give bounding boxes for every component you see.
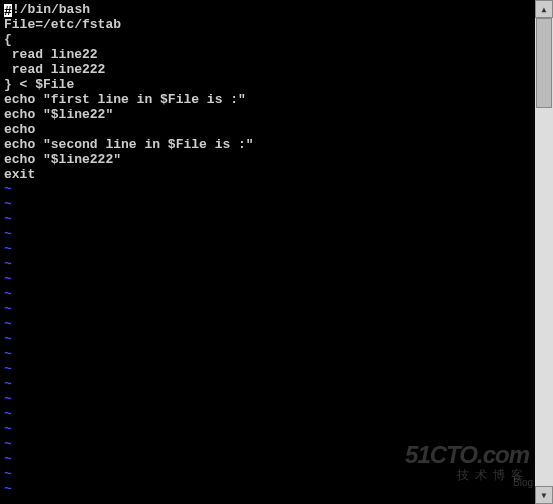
empty-line-marker: ~ xyxy=(4,197,529,212)
empty-line-marker: ~ xyxy=(4,332,529,347)
code-line: echo xyxy=(4,122,529,137)
empty-line-marker: ~ xyxy=(4,482,529,497)
empty-line-marker: ~ xyxy=(4,212,529,227)
scroll-thumb[interactable] xyxy=(536,18,552,108)
code-line: { xyxy=(4,32,529,47)
empty-line-marker: ~ xyxy=(4,287,529,302)
code-line: } < $File xyxy=(4,77,529,92)
empty-line-marker: ~ xyxy=(4,242,529,257)
empty-line-marker: ~ xyxy=(4,452,529,467)
empty-line-marker: ~ xyxy=(4,182,529,197)
empty-line-marker: ~ xyxy=(4,227,529,242)
vertical-scrollbar[interactable] xyxy=(535,0,553,504)
empty-line-marker: ~ xyxy=(4,437,529,452)
empty-line-marker: ~ xyxy=(4,467,529,482)
line-text-0: !/bin/bash xyxy=(12,2,90,17)
code-line: echo "$line22" xyxy=(4,107,529,122)
empty-line-marker: ~ xyxy=(4,392,529,407)
empty-line-marker: ~ xyxy=(4,362,529,377)
empty-line-marker: ~ xyxy=(4,422,529,437)
code-area[interactable]: #!/bin/bash File=/etc/fstab { read line2… xyxy=(4,2,529,497)
terminal-editor[interactable]: #!/bin/bash File=/etc/fstab { read line2… xyxy=(0,0,533,504)
empty-line-marker: ~ xyxy=(4,407,529,422)
code-line: exit xyxy=(4,167,529,182)
code-line: echo "first line in $File is :" xyxy=(4,92,529,107)
empty-line-marker: ~ xyxy=(4,377,529,392)
code-line: read line22 xyxy=(4,47,529,62)
code-line: echo "$line222" xyxy=(4,152,529,167)
cursor-block: # xyxy=(4,4,12,17)
code-line: File=/etc/fstab xyxy=(4,17,529,32)
empty-line-marker: ~ xyxy=(4,347,529,362)
scroll-track[interactable] xyxy=(535,18,553,486)
empty-line-marker: ~ xyxy=(4,302,529,317)
empty-line-marker: ~ xyxy=(4,257,529,272)
code-line: echo "second line in $File is :" xyxy=(4,137,529,152)
scroll-down-button[interactable] xyxy=(535,486,553,504)
empty-line-marker: ~ xyxy=(4,272,529,287)
empty-line-marker: ~ xyxy=(4,317,529,332)
scroll-up-button[interactable] xyxy=(535,0,553,18)
code-line: #!/bin/bash xyxy=(4,2,529,17)
code-line: read line222 xyxy=(4,62,529,77)
